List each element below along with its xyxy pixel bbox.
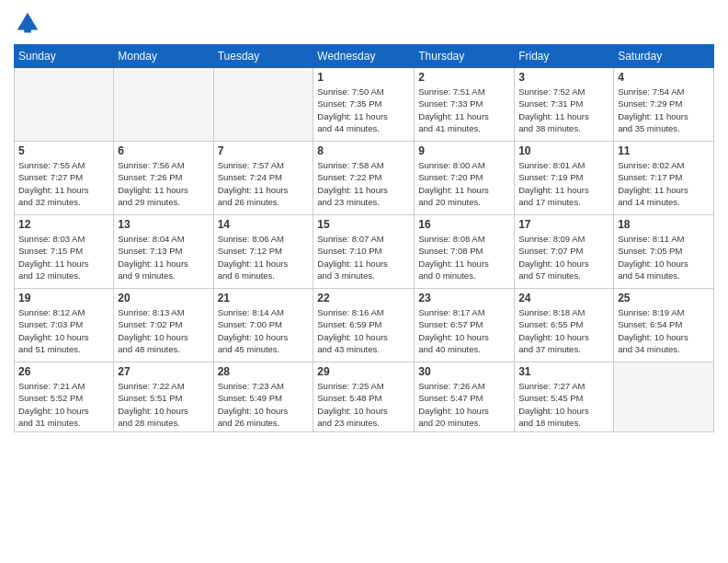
day-info: Sunrise: 8:19 AM Sunset: 6:54 PM Dayligh…	[618, 306, 710, 355]
calendar-cell: 26Sunrise: 7:21 AM Sunset: 5:52 PM Dayli…	[15, 362, 114, 432]
calendar-cell: 11Sunrise: 8:02 AM Sunset: 7:17 PM Dayli…	[614, 142, 714, 215]
calendar-cell: 16Sunrise: 8:08 AM Sunset: 7:08 PM Dayli…	[415, 215, 515, 289]
day-info: Sunrise: 7:58 AM Sunset: 7:22 PM Dayligh…	[317, 159, 410, 208]
weekday-header-row: Sunday Monday Tuesday Wednesday Thursday…	[15, 45, 714, 68]
calendar-cell: 24Sunrise: 8:18 AM Sunset: 6:55 PM Dayli…	[515, 289, 614, 362]
calendar-cell: 9Sunrise: 8:00 AM Sunset: 7:20 PM Daylig…	[415, 142, 515, 215]
header-thursday: Thursday	[415, 45, 515, 68]
day-info: Sunrise: 8:14 AM Sunset: 7:00 PM Dayligh…	[218, 306, 310, 355]
day-number: 1	[317, 71, 410, 84]
day-info: Sunrise: 7:52 AM Sunset: 7:31 PM Dayligh…	[518, 86, 609, 134]
day-number: 28	[218, 365, 310, 378]
calendar-cell: 12Sunrise: 8:03 AM Sunset: 7:15 PM Dayli…	[15, 215, 114, 289]
logo	[14, 9, 45, 37]
calendar-cell: 6Sunrise: 7:56 AM Sunset: 7:26 PM Daylig…	[114, 142, 213, 215]
day-info: Sunrise: 7:55 AM Sunset: 7:27 PM Dayligh…	[18, 159, 109, 208]
day-info: Sunrise: 7:26 AM Sunset: 5:47 PM Dayligh…	[418, 380, 510, 429]
day-number: 26	[18, 365, 109, 378]
calendar-cell: 29Sunrise: 7:25 AM Sunset: 5:48 PM Dayli…	[313, 362, 415, 432]
day-number: 5	[18, 144, 109, 157]
day-number: 3	[518, 71, 609, 84]
day-info: Sunrise: 8:01 AM Sunset: 7:19 PM Dayligh…	[518, 159, 609, 208]
day-number: 2	[418, 71, 510, 84]
day-info: Sunrise: 8:09 AM Sunset: 7:07 PM Dayligh…	[518, 233, 609, 282]
day-info: Sunrise: 8:07 AM Sunset: 7:10 PM Dayligh…	[317, 233, 410, 282]
calendar-cell: 22Sunrise: 8:16 AM Sunset: 6:59 PM Dayli…	[313, 289, 415, 362]
day-number: 19	[18, 292, 109, 304]
day-number: 27	[118, 365, 209, 378]
day-info: Sunrise: 7:56 AM Sunset: 7:26 PM Dayligh…	[118, 159, 209, 208]
svg-marker-0	[17, 13, 39, 30]
calendar-cell	[15, 68, 114, 142]
calendar-cell: 2Sunrise: 7:51 AM Sunset: 7:33 PM Daylig…	[415, 68, 515, 142]
day-info: Sunrise: 8:12 AM Sunset: 7:03 PM Dayligh…	[18, 306, 109, 355]
header-tuesday: Tuesday	[213, 45, 313, 68]
day-info: Sunrise: 7:51 AM Sunset: 7:33 PM Dayligh…	[418, 86, 510, 134]
calendar-cell: 23Sunrise: 8:17 AM Sunset: 6:57 PM Dayli…	[415, 289, 515, 362]
calendar-cell: 28Sunrise: 7:23 AM Sunset: 5:49 PM Dayli…	[213, 362, 313, 432]
calendar-cell: 21Sunrise: 8:14 AM Sunset: 7:00 PM Dayli…	[213, 289, 313, 362]
day-info: Sunrise: 8:02 AM Sunset: 7:17 PM Dayligh…	[618, 159, 710, 208]
day-info: Sunrise: 8:03 AM Sunset: 7:15 PM Dayligh…	[18, 233, 109, 282]
day-number: 17	[518, 218, 609, 231]
day-number: 11	[618, 144, 710, 157]
calendar-cell: 3Sunrise: 7:52 AM Sunset: 7:31 PM Daylig…	[515, 68, 614, 142]
calendar-cell: 7Sunrise: 7:57 AM Sunset: 7:24 PM Daylig…	[213, 142, 313, 215]
header	[14, 9, 714, 37]
header-friday: Friday	[515, 45, 614, 68]
calendar-cell: 4Sunrise: 7:54 AM Sunset: 7:29 PM Daylig…	[614, 68, 714, 142]
day-info: Sunrise: 7:27 AM Sunset: 5:45 PM Dayligh…	[518, 380, 609, 429]
header-sunday: Sunday	[15, 45, 114, 68]
day-info: Sunrise: 8:18 AM Sunset: 6:55 PM Dayligh…	[518, 306, 609, 355]
day-number: 15	[317, 218, 410, 231]
calendar-cell: 19Sunrise: 8:12 AM Sunset: 7:03 PM Dayli…	[15, 289, 114, 362]
day-number: 13	[118, 218, 209, 231]
logo-icon	[14, 9, 41, 37]
day-number: 4	[618, 71, 710, 84]
day-info: Sunrise: 7:57 AM Sunset: 7:24 PM Dayligh…	[218, 159, 310, 208]
day-number: 29	[317, 365, 410, 378]
day-number: 7	[218, 144, 310, 157]
day-info: Sunrise: 8:04 AM Sunset: 7:13 PM Dayligh…	[118, 233, 209, 282]
calendar-cell: 30Sunrise: 7:26 AM Sunset: 5:47 PM Dayli…	[415, 362, 515, 432]
calendar-cell: 13Sunrise: 8:04 AM Sunset: 7:13 PM Dayli…	[114, 215, 213, 289]
day-number: 31	[518, 365, 609, 378]
day-number: 18	[618, 218, 710, 231]
day-info: Sunrise: 8:00 AM Sunset: 7:20 PM Dayligh…	[418, 159, 510, 208]
day-number: 23	[418, 292, 510, 304]
day-number: 8	[317, 144, 410, 157]
calendar-table: Sunday Monday Tuesday Wednesday Thursday…	[14, 44, 714, 432]
header-wednesday: Wednesday	[313, 45, 415, 68]
calendar-cell: 18Sunrise: 8:11 AM Sunset: 7:05 PM Dayli…	[614, 215, 714, 289]
day-number: 30	[418, 365, 510, 378]
day-number: 22	[317, 292, 410, 304]
calendar-cell: 14Sunrise: 8:06 AM Sunset: 7:12 PM Dayli…	[213, 215, 313, 289]
svg-rect-1	[24, 29, 31, 33]
calendar-cell: 25Sunrise: 8:19 AM Sunset: 6:54 PM Dayli…	[614, 289, 714, 362]
day-number: 10	[518, 144, 609, 157]
day-info: Sunrise: 8:13 AM Sunset: 7:02 PM Dayligh…	[118, 306, 209, 355]
calendar-cell: 17Sunrise: 8:09 AM Sunset: 7:07 PM Dayli…	[515, 215, 614, 289]
page: Sunday Monday Tuesday Wednesday Thursday…	[0, 0, 728, 563]
day-number: 12	[18, 218, 109, 231]
day-number: 21	[218, 292, 310, 304]
day-number: 16	[418, 218, 510, 231]
day-info: Sunrise: 8:17 AM Sunset: 6:57 PM Dayligh…	[418, 306, 510, 355]
day-info: Sunrise: 8:08 AM Sunset: 7:08 PM Dayligh…	[418, 233, 510, 282]
day-info: Sunrise: 7:23 AM Sunset: 5:49 PM Dayligh…	[218, 380, 310, 429]
day-info: Sunrise: 8:06 AM Sunset: 7:12 PM Dayligh…	[218, 233, 310, 282]
calendar-cell: 27Sunrise: 7:22 AM Sunset: 5:51 PM Dayli…	[114, 362, 213, 432]
calendar-cell: 31Sunrise: 7:27 AM Sunset: 5:45 PM Dayli…	[515, 362, 614, 432]
calendar-cell	[213, 68, 313, 142]
day-number: 14	[218, 218, 310, 231]
day-number: 9	[418, 144, 510, 157]
calendar-cell: 5Sunrise: 7:55 AM Sunset: 7:27 PM Daylig…	[15, 142, 114, 215]
day-info: Sunrise: 7:25 AM Sunset: 5:48 PM Dayligh…	[317, 380, 410, 429]
header-monday: Monday	[114, 45, 213, 68]
day-info: Sunrise: 8:16 AM Sunset: 6:59 PM Dayligh…	[317, 306, 410, 355]
day-info: Sunrise: 7:50 AM Sunset: 7:35 PM Dayligh…	[317, 86, 410, 134]
calendar-cell: 8Sunrise: 7:58 AM Sunset: 7:22 PM Daylig…	[313, 142, 415, 215]
calendar-cell	[114, 68, 213, 142]
day-info: Sunrise: 7:21 AM Sunset: 5:52 PM Dayligh…	[18, 380, 109, 429]
calendar-cell	[614, 362, 714, 432]
